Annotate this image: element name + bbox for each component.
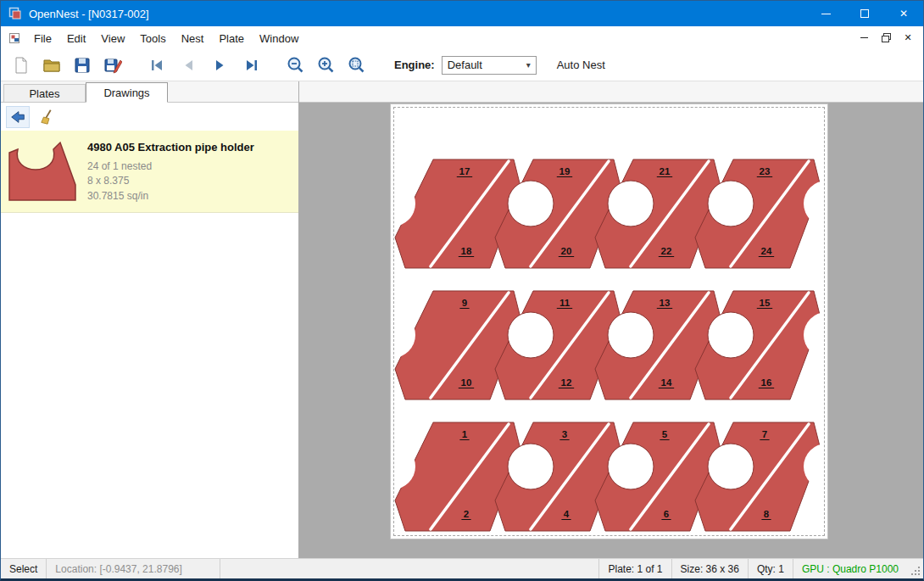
flip-part-button[interactable]	[6, 106, 30, 128]
drawing-title: 4980 A05 Extraction pipe holder	[87, 141, 254, 154]
drawing-list-item[interactable]: 4980 A05 Extraction pipe holder 24 of 1 …	[1, 131, 298, 213]
document-icon	[8, 31, 21, 45]
part-number-label: 19	[559, 166, 571, 176]
maximize-button[interactable]	[845, 1, 884, 26]
nest-canvas[interactable]: 171819202122232491011121314151612345678	[299, 103, 923, 558]
menu-item-tools[interactable]: Tools	[132, 29, 173, 48]
previous-plate-button[interactable]	[174, 53, 204, 78]
nest-drawing: 171819202122232491011121314151612345678	[391, 104, 827, 539]
part-number-label: 16	[761, 377, 772, 388]
next-plate-button[interactable]	[204, 53, 235, 78]
drawing-nested-count: 24 of 1 nested	[87, 159, 254, 174]
open-folder-icon	[42, 56, 61, 75]
menu-item-file[interactable]: File	[26, 29, 59, 48]
mdi-controls: ✕	[854, 30, 923, 47]
status-gpu: GPU : Quadro P1000	[793, 559, 907, 578]
status-mode: Select	[1, 559, 47, 578]
drawings-toolbar	[1, 103, 298, 131]
engine-label: Engine:	[394, 59, 435, 71]
part-number-label: 4	[564, 509, 570, 519]
previous-arrow-icon	[180, 59, 198, 72]
part-thumbnail	[8, 137, 79, 205]
save-edit-button[interactable]	[97, 53, 128, 78]
menu-bar: FileEditViewToolsNestPlateWindow ✕	[1, 26, 923, 49]
new-file-icon	[12, 56, 31, 75]
part-number-label: 7	[762, 429, 767, 439]
first-plate-button[interactable]	[143, 53, 174, 78]
canvas-top-strip	[299, 81, 923, 103]
minimize-button[interactable]	[806, 1, 845, 26]
app-window: OpenNest - [N0317-002] ✕ FileEditViewToo…	[0, 0, 924, 581]
pipe-hole	[708, 312, 754, 358]
left-panel: Plates Drawings	[1, 81, 299, 558]
broom-icon	[40, 109, 57, 126]
menu-item-edit[interactable]: Edit	[59, 29, 93, 48]
drawings-list-empty-area	[1, 213, 298, 558]
app-icon	[8, 7, 22, 20]
part-number-label: 9	[462, 298, 467, 308]
menu-item-window[interactable]: Window	[252, 29, 306, 48]
save-button[interactable]	[67, 53, 97, 78]
part-number-label: 17	[459, 166, 470, 176]
zoom-fit-button[interactable]	[342, 53, 372, 78]
resize-grip-icon	[910, 566, 921, 577]
zoom-out-button[interactable]	[281, 53, 311, 78]
zoom-in-button[interactable]	[311, 53, 342, 78]
part-number-label: 5	[662, 429, 668, 439]
status-bar: Select Location: [-0.9437, 21.8796] Plat…	[1, 558, 923, 578]
part-number-label: 6	[664, 509, 669, 519]
resize-grip[interactable]	[907, 559, 923, 578]
close-button[interactable]: ✕	[884, 1, 923, 26]
plate[interactable]: 171819202122232491011121314151612345678	[390, 103, 828, 539]
part-number-label: 22	[661, 246, 672, 256]
part-number-label: 3	[562, 429, 567, 439]
menu-item-view[interactable]: View	[93, 29, 132, 48]
mdi-restore-button[interactable]	[876, 30, 896, 47]
part-number-label: 8	[764, 509, 770, 519]
tab-drawings[interactable]: Drawings	[86, 82, 168, 103]
drawing-dimensions: 8 x 8.375	[87, 174, 254, 188]
part-number-label: 11	[559, 298, 571, 308]
part-number-label: 24	[761, 246, 772, 256]
zoom-in-icon	[317, 56, 336, 75]
status-location: Location: [-0.9437, 21.8796]	[47, 559, 220, 578]
pipe-hole	[508, 444, 554, 489]
engine-select[interactable]: Default ▾	[442, 56, 537, 75]
engine-value: Default	[448, 59, 482, 71]
status-size: Size: 36 x 36	[671, 559, 748, 578]
last-plate-button[interactable]	[235, 53, 265, 78]
mdi-close-button[interactable]: ✕	[898, 30, 918, 47]
part-number-label: 15	[760, 298, 771, 308]
pipe-hole	[608, 181, 654, 226]
save-icon	[73, 56, 92, 75]
part-number-label: 10	[461, 377, 472, 388]
pipe-hole	[608, 312, 654, 358]
mdi-restore-icon	[881, 32, 892, 43]
window-title: OpenNest - [N0317-002]	[29, 8, 149, 20]
new-button[interactable]	[6, 53, 36, 78]
minimize-icon	[821, 14, 831, 14]
part-number-label: 18	[461, 246, 472, 256]
mdi-minimize-button[interactable]	[854, 30, 874, 47]
auto-nest-button[interactable]: Auto Nest	[552, 55, 610, 75]
pipe-hole	[508, 181, 554, 226]
clear-nest-button[interactable]	[36, 106, 60, 128]
open-button[interactable]	[36, 53, 67, 78]
menu-item-plate[interactable]: Plate	[211, 29, 252, 48]
save-edit-icon	[103, 56, 122, 75]
chevron-down-icon: ▾	[526, 60, 531, 70]
tab-strip: Plates Drawings	[1, 81, 298, 103]
part-number-label: 13	[660, 298, 671, 308]
part-number-label: 21	[660, 166, 671, 176]
blue-arrow-icon	[9, 109, 26, 126]
pipe-hole	[708, 444, 754, 489]
pipe-hole	[508, 312, 554, 358]
tab-plates[interactable]: Plates	[3, 84, 86, 102]
menu-items: FileEditViewToolsNestPlateWindow	[26, 31, 306, 46]
status-qty: Qty: 1	[748, 559, 793, 578]
menu-item-nest[interactable]: Nest	[174, 29, 212, 48]
zoom-fit-icon	[348, 56, 366, 75]
zoom-out-icon	[287, 56, 305, 75]
pipe-hole	[708, 181, 754, 226]
part-number-label: 2	[464, 509, 469, 519]
